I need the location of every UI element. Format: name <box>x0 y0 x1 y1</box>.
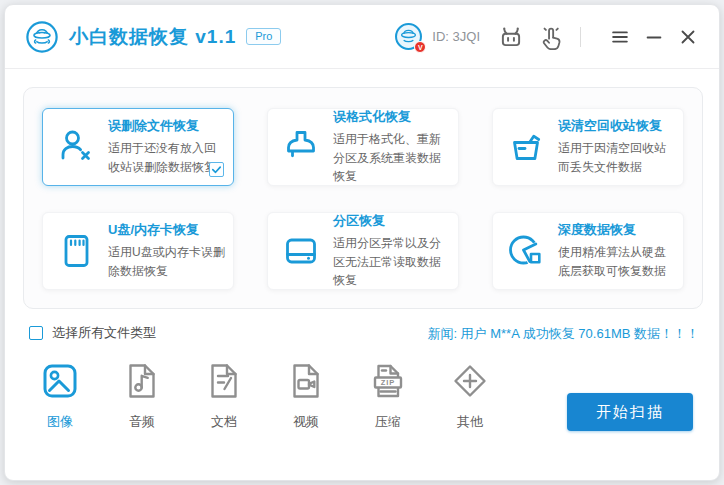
card-desc: 适用分区异常以及分区无法正常读取数据恢复 <box>333 234 450 290</box>
select-all-checkbox[interactable] <box>29 326 43 340</box>
card-desc: 使用精准算法从硬盘底层获取可恢复数据 <box>558 243 675 280</box>
user-id: ID: 3JQI <box>432 29 480 44</box>
sd-card-icon <box>56 231 96 271</box>
svg-text:ZIP: ZIP <box>381 378 396 387</box>
card-title: 误删除文件恢复 <box>108 117 225 135</box>
document-icon <box>204 361 244 401</box>
filetype-document[interactable]: 文档 <box>191 361 257 431</box>
app-title: 小白数据恢复 v1.1 <box>69 24 236 50</box>
recovery-modes-panel: 误删除文件恢复 适用于还没有放入回收站误删除数据恢复 误格式化恢复 适用于格式化… <box>23 87 703 309</box>
vip-badge: V <box>414 41 426 53</box>
filetype-label: 图像 <box>47 413 73 431</box>
card-recycle-bin-recovery[interactable]: 误清空回收站恢复 适用于因清空回收站而丢失文件数据 <box>492 108 684 186</box>
filetype-zip[interactable]: ZIP 压缩 <box>355 361 421 431</box>
select-all-label: 选择所有文件类型 <box>52 324 156 342</box>
titlebar-divider <box>580 27 581 47</box>
video-icon <box>286 361 326 401</box>
audio-icon <box>122 361 162 401</box>
user-avatar[interactable]: V <box>394 22 423 51</box>
app-window: 小白数据恢复 v1.1 Pro V ID: 3JQI <box>4 4 720 481</box>
card-undelete-recovery[interactable]: 误删除文件恢复 适用于还没有放入回收站误删除数据恢复 <box>42 108 234 186</box>
card-usb-sdcard-recovery[interactable]: U盘/内存卡恢复 适用U盘或内存卡误删除数据恢复 <box>42 212 234 290</box>
news-ticker: 新闻: 用户 M**A 成功恢复 70.61MB 数据！！！ <box>427 325 699 343</box>
image-icon <box>40 361 80 401</box>
card-title: U盘/内存卡恢复 <box>108 221 225 239</box>
hand-pointer-icon[interactable] <box>538 24 564 50</box>
filetype-label: 音频 <box>129 413 155 431</box>
trash-basket-icon <box>506 127 546 167</box>
card-deep-scan-recovery[interactable]: 深度数据恢复 使用精准算法从硬盘底层获取可恢复数据 <box>492 212 684 290</box>
card-title: 分区恢复 <box>333 212 450 230</box>
stamp-icon <box>281 127 321 167</box>
card-desc: 适用于格式化、重新分区及系统重装数据恢复 <box>333 130 450 186</box>
card-title: 深度数据恢复 <box>558 221 675 239</box>
filetype-label: 压缩 <box>375 413 401 431</box>
filetype-label: 视频 <box>293 413 319 431</box>
app-logo-icon <box>25 20 59 54</box>
service-robot-icon[interactable] <box>498 24 524 50</box>
minimize-icon[interactable] <box>643 26 665 48</box>
card-desc: 适用U盘或内存卡误删除数据恢复 <box>108 243 225 280</box>
card-title: 误清空回收站恢复 <box>558 117 675 135</box>
close-icon[interactable] <box>677 26 699 48</box>
filetype-label: 文档 <box>211 413 237 431</box>
filetype-label: 其他 <box>457 413 483 431</box>
filetype-image[interactable]: 图像 <box>27 361 93 431</box>
zip-icon: ZIP <box>368 361 408 401</box>
filetype-row: 图像 音频 文档 <box>27 361 503 431</box>
filetype-other[interactable]: 其他 <box>437 361 503 431</box>
filetype-video[interactable]: 视频 <box>273 361 339 431</box>
hard-drive-icon <box>281 231 321 271</box>
user-x-icon <box>56 127 96 167</box>
card-unformat-recovery[interactable]: 误格式化恢复 适用于格式化、重新分区及系统重装数据恢复 <box>267 108 459 186</box>
select-all-filetypes[interactable]: 选择所有文件类型 <box>29 324 156 342</box>
pro-badge: Pro <box>246 28 281 45</box>
card-desc: 适用于还没有放入回收站误删除数据恢复 <box>108 139 225 176</box>
card-partition-recovery[interactable]: 分区恢复 适用分区异常以及分区无法正常读取数据恢复 <box>267 212 459 290</box>
other-plus-icon <box>450 361 490 401</box>
deep-scan-icon <box>506 231 546 271</box>
menu-icon[interactable] <box>609 26 631 48</box>
titlebar: 小白数据恢复 v1.1 Pro V ID: 3JQI <box>5 5 719 69</box>
card-title: 误格式化恢复 <box>333 108 450 126</box>
filetype-audio[interactable]: 音频 <box>109 361 175 431</box>
start-scan-button[interactable]: 开始扫描 <box>567 393 693 431</box>
card-checkbox-checked[interactable] <box>209 162 224 177</box>
card-desc: 适用于因清空回收站而丢失文件数据 <box>558 139 675 176</box>
